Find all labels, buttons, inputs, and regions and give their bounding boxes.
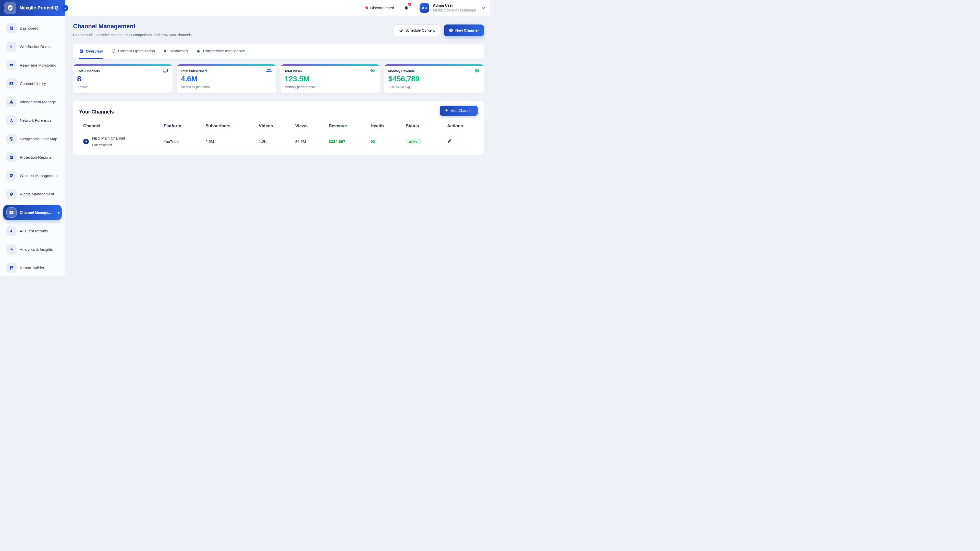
svg-text:$: $ — [476, 69, 478, 72]
